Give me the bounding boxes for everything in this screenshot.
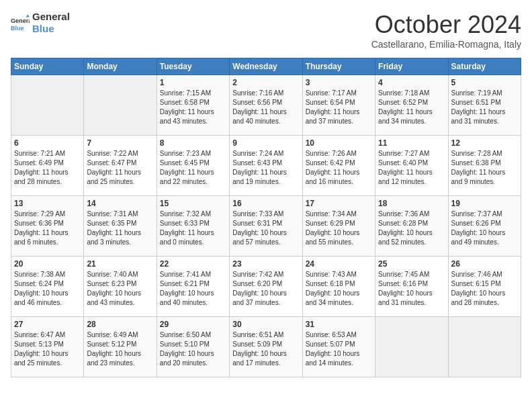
header-wednesday: Wednesday [230, 58, 302, 75]
calendar-cell: 22Sunrise: 7:41 AM Sunset: 6:21 PM Dayli… [157, 257, 229, 317]
calendar-cell: 8Sunrise: 7:23 AM Sunset: 6:45 PM Daylig… [157, 136, 229, 196]
header-tuesday: Tuesday [157, 58, 229, 75]
day-number: 23 [232, 259, 299, 269]
day-info: Sunrise: 7:46 AM Sunset: 6:15 PM Dayligh… [451, 270, 518, 308]
day-info: Sunrise: 6:49 AM Sunset: 5:12 PM Dayligh… [87, 330, 153, 368]
day-number: 21 [87, 259, 153, 269]
calendar-cell: 10Sunrise: 7:26 AM Sunset: 6:42 PM Dayli… [302, 136, 375, 196]
calendar-cell: 18Sunrise: 7:36 AM Sunset: 6:28 PM Dayli… [375, 196, 448, 257]
header-friday: Friday [375, 58, 448, 75]
title-block: October 2024 Castellarano, Emilia-Romagn… [371, 11, 521, 50]
calendar-cell: 11Sunrise: 7:27 AM Sunset: 6:40 PM Dayli… [375, 136, 448, 196]
page-header: General Blue General Blue October 2024 C… [11, 11, 521, 50]
day-number: 3 [306, 78, 372, 87]
calendar-table: SundayMondayTuesdayWednesdayThursdayFrid… [11, 58, 521, 377]
calendar-cell: 1Sunrise: 7:15 AM Sunset: 6:58 PM Daylig… [157, 75, 229, 136]
logo-blue: Blue [32, 23, 70, 35]
week-row-3: 13Sunrise: 7:29 AM Sunset: 6:36 PM Dayli… [11, 196, 521, 257]
location: Castellarano, Emilia-Romagna, Italy [371, 39, 521, 50]
day-number: 13 [14, 199, 81, 208]
week-row-4: 20Sunrise: 7:38 AM Sunset: 6:24 PM Dayli… [11, 257, 521, 317]
svg-marker-2 [26, 14, 30, 17]
week-row-1: 1Sunrise: 7:15 AM Sunset: 6:58 PM Daylig… [11, 75, 521, 136]
calendar-cell [375, 317, 448, 377]
day-info: Sunrise: 7:32 AM Sunset: 6:33 PM Dayligh… [160, 210, 226, 247]
calendar-cell: 20Sunrise: 7:38 AM Sunset: 6:24 PM Dayli… [11, 257, 84, 317]
calendar-cell: 5Sunrise: 7:19 AM Sunset: 6:51 PM Daylig… [448, 75, 521, 136]
calendar-cell: 12Sunrise: 7:28 AM Sunset: 6:38 PM Dayli… [448, 136, 521, 196]
calendar-cell: 13Sunrise: 7:29 AM Sunset: 6:36 PM Dayli… [11, 196, 84, 257]
calendar-cell: 4Sunrise: 7:18 AM Sunset: 6:52 PM Daylig… [375, 75, 448, 136]
day-number: 22 [160, 259, 226, 269]
day-number: 4 [378, 78, 445, 87]
day-info: Sunrise: 7:27 AM Sunset: 6:40 PM Dayligh… [378, 149, 445, 187]
month-title: October 2024 [371, 11, 521, 39]
day-number: 30 [232, 320, 299, 329]
svg-text:General: General [11, 17, 30, 24]
day-number: 8 [160, 138, 226, 148]
day-number: 2 [232, 78, 299, 87]
day-info: Sunrise: 7:23 AM Sunset: 6:45 PM Dayligh… [160, 149, 226, 187]
day-info: Sunrise: 7:26 AM Sunset: 6:42 PM Dayligh… [306, 149, 372, 187]
day-number: 20 [14, 259, 81, 269]
header-sunday: Sunday [11, 58, 84, 75]
day-info: Sunrise: 6:53 AM Sunset: 5:07 PM Dayligh… [306, 330, 372, 368]
week-row-5: 27Sunrise: 6:47 AM Sunset: 5:13 PM Dayli… [11, 317, 521, 377]
day-number: 17 [306, 199, 372, 208]
calendar-cell: 15Sunrise: 7:32 AM Sunset: 6:33 PM Dayli… [157, 196, 229, 257]
day-info: Sunrise: 7:15 AM Sunset: 6:58 PM Dayligh… [160, 89, 226, 126]
day-info: Sunrise: 7:38 AM Sunset: 6:24 PM Dayligh… [14, 270, 81, 308]
day-number: 6 [14, 138, 81, 148]
day-number: 24 [306, 259, 372, 269]
day-info: Sunrise: 7:45 AM Sunset: 6:16 PM Dayligh… [378, 270, 445, 308]
day-info: Sunrise: 7:22 AM Sunset: 6:47 PM Dayligh… [87, 149, 153, 187]
day-info: Sunrise: 7:18 AM Sunset: 6:52 PM Dayligh… [378, 89, 445, 126]
day-info: Sunrise: 7:42 AM Sunset: 6:20 PM Dayligh… [232, 270, 299, 308]
svg-text:Blue: Blue [11, 25, 24, 32]
calendar-cell: 31Sunrise: 6:53 AM Sunset: 5:07 PM Dayli… [302, 317, 375, 377]
week-row-2: 6Sunrise: 7:21 AM Sunset: 6:49 PM Daylig… [11, 136, 521, 196]
logo-general: General [32, 11, 70, 23]
day-info: Sunrise: 7:28 AM Sunset: 6:38 PM Dayligh… [451, 149, 518, 187]
calendar-header-row: SundayMondayTuesdayWednesdayThursdayFrid… [11, 58, 521, 75]
header-saturday: Saturday [448, 58, 521, 75]
day-info: Sunrise: 7:43 AM Sunset: 6:18 PM Dayligh… [306, 270, 372, 308]
day-info: Sunrise: 6:51 AM Sunset: 5:09 PM Dayligh… [232, 330, 299, 368]
day-number: 1 [160, 78, 226, 87]
day-number: 5 [451, 78, 518, 87]
logo: General Blue General Blue [11, 11, 70, 35]
day-number: 16 [232, 199, 299, 208]
calendar-cell: 14Sunrise: 7:31 AM Sunset: 6:35 PM Dayli… [84, 196, 157, 257]
calendar-cell: 24Sunrise: 7:43 AM Sunset: 6:18 PM Dayli… [302, 257, 375, 317]
day-number: 31 [306, 320, 372, 329]
calendar-cell: 26Sunrise: 7:46 AM Sunset: 6:15 PM Dayli… [448, 257, 521, 317]
day-number: 7 [87, 138, 153, 148]
day-number: 25 [378, 259, 445, 269]
day-info: Sunrise: 7:17 AM Sunset: 6:54 PM Dayligh… [306, 89, 372, 126]
calendar-cell: 7Sunrise: 7:22 AM Sunset: 6:47 PM Daylig… [84, 136, 157, 196]
calendar-cell: 3Sunrise: 7:17 AM Sunset: 6:54 PM Daylig… [302, 75, 375, 136]
calendar-cell: 21Sunrise: 7:40 AM Sunset: 6:23 PM Dayli… [84, 257, 157, 317]
day-number: 27 [14, 320, 81, 329]
day-number: 29 [160, 320, 226, 329]
day-number: 19 [451, 199, 518, 208]
day-info: Sunrise: 7:16 AM Sunset: 6:56 PM Dayligh… [232, 89, 299, 126]
day-number: 28 [87, 320, 153, 329]
day-number: 11 [378, 138, 445, 148]
calendar-cell [84, 75, 157, 136]
day-info: Sunrise: 7:19 AM Sunset: 6:51 PM Dayligh… [451, 89, 518, 126]
calendar-cell: 30Sunrise: 6:51 AM Sunset: 5:09 PM Dayli… [230, 317, 302, 377]
logo-icon: General Blue [11, 13, 30, 32]
header-thursday: Thursday [302, 58, 375, 75]
day-info: Sunrise: 7:21 AM Sunset: 6:49 PM Dayligh… [14, 149, 81, 187]
calendar-cell: 28Sunrise: 6:49 AM Sunset: 5:12 PM Dayli… [84, 317, 157, 377]
day-info: Sunrise: 7:40 AM Sunset: 6:23 PM Dayligh… [87, 270, 153, 308]
day-info: Sunrise: 6:47 AM Sunset: 5:13 PM Dayligh… [14, 330, 81, 368]
day-info: Sunrise: 7:37 AM Sunset: 6:26 PM Dayligh… [451, 210, 518, 247]
day-info: Sunrise: 6:50 AM Sunset: 5:10 PM Dayligh… [160, 330, 226, 368]
calendar-cell [11, 75, 84, 136]
day-number: 15 [160, 199, 226, 208]
day-number: 9 [232, 138, 299, 148]
day-info: Sunrise: 7:41 AM Sunset: 6:21 PM Dayligh… [160, 270, 226, 308]
day-info: Sunrise: 7:33 AM Sunset: 6:31 PM Dayligh… [232, 210, 299, 247]
